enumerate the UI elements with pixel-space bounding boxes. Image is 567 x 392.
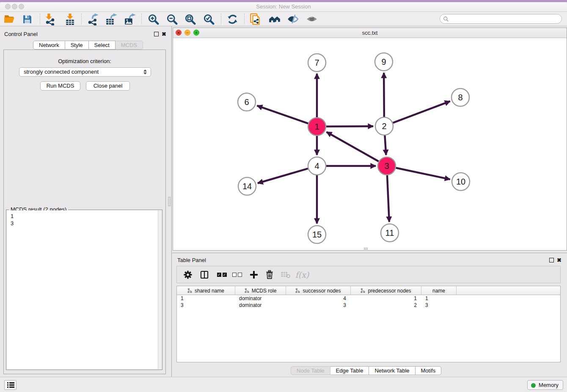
graph-node-7[interactable]: 7	[308, 54, 326, 72]
network-splitter-handle[interactable]	[364, 248, 368, 250]
panels-menu-button[interactable]	[4, 380, 17, 390]
network-window-title: scc.txt	[173, 30, 567, 36]
import-table-button[interactable]	[63, 13, 77, 25]
graph-node-15[interactable]: 15	[308, 226, 326, 243]
graph-node-6[interactable]: 6	[238, 93, 256, 111]
graph-edge-2-3[interactable]	[385, 135, 386, 155]
column-header-successor-nodes[interactable]: successor nodes	[286, 286, 351, 295]
graph-node-8[interactable]: 8	[451, 88, 469, 106]
cell-name[interactable]: 3	[421, 302, 457, 309]
select-all-columns-button[interactable]: ✓✓	[215, 266, 228, 283]
graph-node-11[interactable]: 11	[381, 224, 399, 242]
cell-predecessor-nodes[interactable]: 2	[351, 302, 421, 309]
column-header-name[interactable]: name	[421, 286, 457, 295]
cell-MCDS-role[interactable]: dominator	[235, 302, 286, 309]
run-mcds-button[interactable]: Run MCDS	[40, 81, 80, 91]
control-panel-close-icon[interactable]: ✖	[162, 31, 166, 37]
column-header-MCDS-role[interactable]: MCDS role	[235, 286, 286, 295]
hide-graphics-details-button[interactable]	[286, 13, 300, 25]
export-table-icon	[105, 13, 117, 25]
table-row[interactable]: 1dominator411	[177, 295, 560, 302]
column-header-predecessor-nodes[interactable]: predecessor nodes	[351, 286, 421, 295]
graph-edge-3-11[interactable]	[387, 175, 389, 222]
cell-predecessor-nodes[interactable]: 1	[351, 295, 421, 302]
tab-network[interactable]: Network	[33, 41, 65, 50]
svg-text:7: 7	[314, 58, 319, 67]
graph-edge-1-6[interactable]	[257, 106, 308, 124]
memory-button[interactable]: Memory	[527, 380, 563, 390]
refresh-button[interactable]	[225, 13, 239, 25]
graph-node-14[interactable]: 14	[238, 177, 256, 195]
delete-column-button[interactable]	[262, 266, 277, 283]
criterion-dropdown[interactable]: strongly connected component	[19, 67, 151, 77]
unchecked-boxes-icon	[232, 273, 242, 277]
export-image-button[interactable]	[122, 13, 137, 25]
deselect-all-columns-button[interactable]	[230, 266, 244, 283]
cell-successor-nodes[interactable]: 3	[286, 302, 351, 309]
tab-edge-table[interactable]: Edge Table	[330, 366, 369, 375]
table-header-row: shared nameMCDS rolesuccessor nodesprede…	[177, 286, 560, 295]
network-overview-button[interactable]	[248, 13, 263, 25]
add-column-button[interactable]	[246, 266, 262, 283]
tab-network-table[interactable]: Network Table	[369, 366, 415, 375]
graph-edge-3-1[interactable]	[327, 132, 379, 161]
open-session-button[interactable]	[2, 13, 17, 25]
tab-style[interactable]: Style	[65, 41, 89, 50]
zoom-in-icon	[148, 14, 159, 25]
zoom-selected-button[interactable]	[201, 13, 216, 25]
cell-shared-name[interactable]: 3	[177, 302, 235, 309]
zoom-fit-button[interactable]	[183, 13, 197, 25]
column-header-shared-name[interactable]: shared name	[177, 286, 235, 295]
close-panel-button[interactable]: Close panel	[86, 81, 130, 91]
apply-function-button[interactable]: f(x)	[294, 266, 311, 283]
graph-node-3[interactable]: 3	[378, 157, 396, 175]
dropdown-arrows-icon	[143, 69, 147, 75]
graph-edge-1-2[interactable]	[326, 126, 373, 127]
save-session-button[interactable]	[20, 13, 34, 25]
cell-shared-name[interactable]: 1	[177, 295, 235, 302]
control-panel-float-icon[interactable]	[154, 32, 159, 36]
table-body: 1dominator4113dominator323	[177, 295, 560, 309]
graph-node-10[interactable]: 10	[452, 173, 470, 190]
mcds-result-group: MCDS result (2 nodes) 1 3	[6, 210, 162, 370]
delete-table-button[interactable]	[278, 266, 293, 283]
result-scrollbar[interactable]	[158, 210, 162, 369]
tab-motifs[interactable]: Motifs	[416, 366, 442, 375]
zoom-out-button[interactable]	[165, 13, 179, 25]
graph-edge-3-10[interactable]	[396, 168, 450, 179]
tab-node-table[interactable]: Node Table	[291, 366, 330, 375]
cell-MCDS-role[interactable]: dominator	[235, 295, 286, 302]
export-table-button[interactable]	[104, 13, 118, 25]
svg-text:15: 15	[312, 230, 322, 239]
panel-splitter-handle[interactable]	[168, 197, 171, 206]
column-header-label: name	[432, 288, 445, 294]
gear-icon	[183, 270, 193, 280]
graph-node-4[interactable]: 4	[308, 157, 326, 175]
search-input[interactable]	[449, 15, 561, 23]
graph-edge-2-8[interactable]	[393, 101, 450, 123]
import-network-button[interactable]	[43, 13, 57, 25]
graph-node-1[interactable]: 1	[308, 118, 326, 135]
graph-node-9[interactable]: 9	[375, 53, 393, 71]
cell-name[interactable]: 1	[421, 295, 457, 302]
columns-icon	[200, 270, 209, 279]
column-layout-button[interactable]	[196, 266, 212, 283]
zoom-out-icon	[166, 14, 178, 25]
tab-mcds[interactable]: MCDS	[116, 41, 143, 50]
table-panel-close-icon[interactable]: ✖	[557, 257, 561, 263]
cell-successor-nodes[interactable]: 4	[286, 295, 351, 302]
show-graphics-details-button[interactable]	[305, 13, 319, 25]
graph-edge-2-9[interactable]	[384, 73, 384, 117]
table-panel-float-icon[interactable]	[549, 258, 554, 262]
table-row[interactable]: 3dominator323	[177, 302, 560, 309]
graph-node-2[interactable]: 2	[375, 117, 393, 135]
export-network-button[interactable]	[85, 13, 100, 25]
home-button[interactable]	[267, 13, 282, 25]
zoom-in-button[interactable]	[146, 13, 160, 25]
graph-edge-4-14[interactable]	[258, 168, 308, 183]
toolbar-separator	[40, 14, 40, 25]
export-image-icon	[124, 13, 136, 25]
tab-select[interactable]: Select	[89, 41, 116, 50]
network-canvas[interactable]: 7968124314101511	[173, 39, 567, 250]
table-settings-button[interactable]	[180, 266, 196, 283]
